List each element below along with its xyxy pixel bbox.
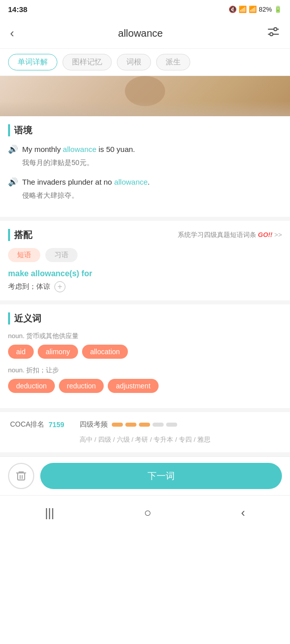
- freq-dot-4: [153, 423, 164, 427]
- synonyms-title: 近义词: [8, 312, 282, 325]
- context-title: 语境: [8, 124, 282, 136]
- freq-dot-3: [139, 423, 150, 427]
- synonym-label-1: noun. 货币或其他供应量: [8, 332, 282, 341]
- sentence-en-2: The invaders plunder at no allowance.: [22, 176, 150, 188]
- syn-tag-alimony[interactable]: alimony: [38, 345, 78, 359]
- arrow-icon: >>: [274, 231, 282, 238]
- collocation-meaning: 考虑到；体谅 +: [8, 281, 282, 292]
- tab-derived[interactable]: 派生: [156, 54, 190, 70]
- nav-home-button[interactable]: ○: [134, 503, 162, 523]
- sentence-zh-1: 我每月的津贴是50元。: [22, 157, 135, 168]
- filter-button[interactable]: [265, 23, 282, 43]
- syn-tag-adjustment[interactable]: adjustment: [108, 379, 158, 393]
- image-overlay: [0, 101, 290, 116]
- bottom-bar: 下一词: [0, 456, 290, 495]
- add-button[interactable]: +: [54, 281, 65, 292]
- collocation-header: 搭配 系统学习四级真题短语词条 GO!! >>: [8, 229, 282, 241]
- header: ‹ allowance: [0, 18, 290, 49]
- phrase-type-tabs: 短语 习语: [8, 248, 282, 262]
- sentence-zh-2: 侵略者大肆掠夺。: [22, 190, 150, 201]
- levels-row: 高中 / 四级 / 六级 / 考研 / 专升本 / 专四 / 雅思: [10, 435, 280, 444]
- status-icons: 🔇 📶 📶 82% 🔋: [229, 6, 282, 13]
- battery-icon: 🔋: [274, 6, 282, 13]
- signal-icon: 📶: [249, 6, 257, 13]
- collocation-section: 搭配 系统学习四级真题短语词条 GO!! >> 短语 习语 make allow…: [0, 221, 290, 304]
- collocation-phrase[interactable]: make allowance(s) for: [8, 269, 282, 278]
- type-tab-idiom[interactable]: 习语: [45, 248, 78, 262]
- context-section: 语境 🔊 My monthly allowance is 50 yuan. 我每…: [0, 116, 290, 221]
- tab-image[interactable]: 图样记忆: [62, 54, 112, 70]
- speaker-icon-2[interactable]: 🔊: [8, 177, 18, 187]
- coca-value: 7159: [48, 421, 64, 429]
- svg-point-3: [270, 33, 273, 36]
- wifi-icon: 📶: [239, 6, 247, 13]
- status-bar: 14:38 🔇 📶 📶 82% 🔋: [0, 0, 290, 18]
- stats-row: COCA排名 7159 四级考频: [10, 420, 280, 429]
- freq-dot-1: [112, 423, 123, 427]
- syn-tag-reduction[interactable]: reduction: [59, 379, 104, 393]
- svg-point-1: [274, 28, 277, 31]
- freq-item: 四级考频: [80, 420, 177, 429]
- mute-icon: 🔇: [229, 6, 237, 13]
- tab-bar: 单词详解 图样记忆 词根 派生: [0, 49, 290, 76]
- type-tab-phrase[interactable]: 短语: [8, 248, 40, 262]
- nav-menu-button[interactable]: |||: [35, 503, 64, 523]
- nav-back-button[interactable]: ‹: [231, 503, 255, 523]
- synonym-label-2: noun. 折扣；让步: [8, 366, 282, 375]
- tab-detail[interactable]: 单词详解: [8, 54, 57, 70]
- tab-root[interactable]: 词根: [117, 54, 151, 70]
- nav-bar: ||| ○ ‹: [0, 495, 290, 530]
- battery-label: 82%: [259, 6, 272, 13]
- collocation-title: 搭配: [8, 229, 32, 241]
- synonym-tags-1: aid alimony allocation: [8, 345, 282, 359]
- collocation-link[interactable]: 系统学习四级真题短语词条 GO!! >>: [178, 230, 282, 239]
- page-title: allowance: [118, 28, 163, 39]
- coca-rank: COCA排名 7159: [10, 420, 64, 429]
- next-word-button[interactable]: 下一词: [40, 463, 282, 489]
- sentence-en-1: My monthly allowance is 50 yuan.: [22, 143, 135, 155]
- syn-tag-deduction[interactable]: deduction: [8, 379, 55, 393]
- freq-dot-5: [166, 423, 177, 427]
- freq-dot-2: [125, 423, 136, 427]
- stats-section: COCA排名 7159 四级考频 高中 / 四级 / 六级 / 考研 / 专升本…: [0, 412, 290, 456]
- synonym-tags-2: deduction reduction adjustment: [8, 379, 282, 393]
- back-button[interactable]: ‹: [8, 24, 16, 42]
- synonym-group-2: noun. 折扣；让步 deduction reduction adjustme…: [8, 366, 282, 393]
- sentence-item-1: 🔊 My monthly allowance is 50 yuan. 我每月的津…: [8, 143, 282, 168]
- freq-dots: [112, 423, 177, 427]
- svg-rect-4: [18, 473, 25, 480]
- syn-tag-allocation[interactable]: allocation: [82, 345, 128, 359]
- status-time: 14:38: [8, 5, 27, 14]
- delete-button[interactable]: [8, 463, 34, 489]
- synonyms-section: 近义词 noun. 货币或其他供应量 aid alimony allocatio…: [0, 304, 290, 412]
- syn-tag-aid[interactable]: aid: [8, 345, 34, 359]
- synonym-group-1: noun. 货币或其他供应量 aid alimony allocation: [8, 332, 282, 359]
- word-image: [0, 76, 290, 116]
- sentence-item-2: 🔊 The invaders plunder at no allowance. …: [8, 176, 282, 201]
- speaker-icon-1[interactable]: 🔊: [8, 144, 18, 154]
